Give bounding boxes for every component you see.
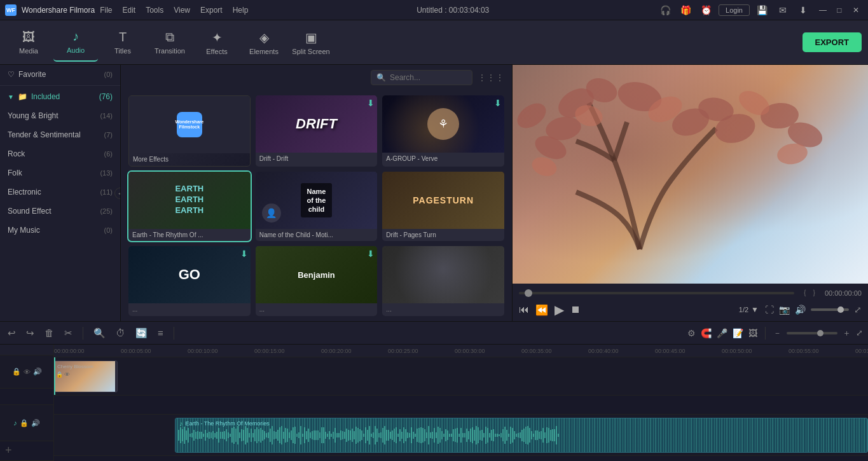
media-card-drift[interactable]: DRIFT ⬇ Drift - Drift bbox=[256, 95, 378, 167]
titles-icon: T bbox=[119, 30, 127, 45]
tender-label: Tender & Sentimental bbox=[8, 130, 81, 139]
agroup-download-icon[interactable]: ⬇ bbox=[494, 98, 502, 108]
maximize-timeline-icon[interactable]: ⤢ bbox=[856, 328, 863, 338]
overlay-icon[interactable]: 🖼 bbox=[748, 328, 757, 338]
mic-icon[interactable]: 🎤 bbox=[717, 328, 727, 338]
download-icon[interactable]: ⬇ bbox=[796, 3, 811, 18]
media-card-pages-turn[interactable]: PAGESTURN Drift - Pages Turn bbox=[382, 172, 504, 242]
audio-lock-icon[interactable]: 🔒 bbox=[20, 419, 29, 427]
titlebar-left: WF Wondershare Filmora File Edit Tools V… bbox=[5, 4, 248, 16]
menu-help[interactable]: Help bbox=[233, 6, 249, 15]
freeze-button[interactable]: 🔄 bbox=[133, 326, 150, 340]
login-button[interactable]: Login bbox=[719, 4, 750, 16]
person-icon: 👤 bbox=[266, 208, 277, 218]
benjamin-card-title: ... bbox=[256, 303, 378, 315]
media-card-last[interactable]: ... bbox=[382, 246, 504, 316]
mail-icon[interactable]: ✉ bbox=[775, 3, 790, 18]
preview-ctrl-icons: ⛶ 📷 🔊 ⤢ bbox=[765, 305, 862, 315]
audio-volume-icon[interactable]: 🔊 bbox=[31, 419, 40, 427]
media-card-agroup[interactable]: ⚘ ⬇ A-GROUP - Verve bbox=[382, 95, 504, 167]
benjamin-download-icon[interactable]: ⬇ bbox=[367, 249, 375, 259]
redo-button[interactable]: ↪ bbox=[24, 326, 37, 340]
toolbar-titles[interactable]: T Titles bbox=[100, 24, 145, 62]
sidebar-item-folk[interactable]: Folk (13) bbox=[0, 163, 120, 182]
preview-volume-icon[interactable]: 🔊 bbox=[795, 305, 806, 315]
volume-slider[interactable] bbox=[811, 308, 849, 311]
prev-frame-button[interactable]: ⏪ bbox=[535, 304, 548, 316]
menu-edit[interactable]: Edit bbox=[123, 6, 136, 15]
toolbar-split-screen[interactable]: ▣ Split Screen bbox=[289, 24, 333, 62]
media-card-name-of-child[interactable]: Nameof thechild 👤 Name of the Child - Mo… bbox=[256, 172, 378, 242]
favorite-count: (0) bbox=[104, 71, 113, 78]
eye-icon[interactable]: 👁 bbox=[24, 368, 31, 376]
toolbar-effects[interactable]: ✦ Effects bbox=[195, 24, 239, 62]
media-card-go[interactable]: GO ⬇ ... bbox=[128, 246, 251, 316]
gift-icon[interactable]: 🎁 bbox=[678, 3, 693, 18]
zoom-out-icon[interactable]: － bbox=[773, 327, 782, 339]
close-button[interactable]: ✕ bbox=[849, 3, 863, 17]
video-clip[interactable]: Cherry Blossom 🔒 👁 bbox=[54, 361, 118, 392]
sidebar-item-rock[interactable]: Rock (6) bbox=[0, 144, 120, 163]
minimize-button[interactable]: — bbox=[816, 3, 830, 17]
toolbar-elements[interactable]: ◈ Elements bbox=[242, 24, 286, 62]
magnet-icon[interactable]: 🧲 bbox=[701, 328, 712, 338]
sidebar-item-sound-effect[interactable]: Sound Effect (25) bbox=[0, 202, 120, 221]
clock-icon[interactable]: ⏰ bbox=[698, 3, 713, 18]
lock-icon[interactable]: 🔒 bbox=[12, 368, 21, 376]
undo-button[interactable]: ↩ bbox=[5, 326, 18, 340]
drift-download-icon[interactable]: ⬇ bbox=[367, 98, 375, 108]
preview-snapshot-icon[interactable]: 📷 bbox=[779, 305, 790, 315]
media-card-wondershare[interactable]: WondershareFilmstock More Effects bbox=[128, 95, 251, 167]
media-card-benjamin[interactable]: Benjamin ⬇ ... bbox=[256, 246, 378, 316]
clip-controls: 🔒 👁 bbox=[56, 371, 70, 378]
cut-button[interactable]: ✂ bbox=[62, 326, 75, 340]
zoom-slider[interactable] bbox=[787, 332, 837, 334]
preview-track[interactable] bbox=[519, 292, 794, 294]
menu-export[interactable]: Export bbox=[200, 6, 223, 15]
headphones-icon[interactable]: 🎧 bbox=[658, 3, 673, 18]
play-button[interactable]: ▶ bbox=[555, 302, 564, 317]
subtitle-icon[interactable]: 📝 bbox=[733, 328, 743, 338]
go-download-icon[interactable]: ⬇ bbox=[240, 249, 248, 259]
preview-fullscreen-icon[interactable]: ⛶ bbox=[765, 305, 774, 315]
page-dropdown-icon[interactable]: ▼ bbox=[751, 305, 759, 314]
menu-tools[interactable]: Tools bbox=[146, 6, 163, 15]
save-icon[interactable]: 💾 bbox=[755, 3, 770, 18]
name-of-child-card-title: Name of the Child - Moti... bbox=[256, 229, 378, 241]
media-card-earth[interactable]: EARTHEARTHEARTH Earth - The Rhythm Of ..… bbox=[128, 172, 251, 242]
maximize-button[interactable]: □ bbox=[832, 3, 846, 17]
menu-file[interactable]: File bbox=[100, 6, 112, 15]
add-track-button[interactable]: + bbox=[0, 441, 53, 461]
ruler-0: 00:00:00:00 bbox=[54, 348, 85, 354]
sidebar-item-tender[interactable]: Tender & Sentimental (7) bbox=[0, 125, 120, 144]
sidebar-item-young-bright[interactable]: Young & Bright (14) bbox=[0, 106, 120, 125]
export-button[interactable]: EXPORT bbox=[803, 32, 862, 52]
delete-button[interactable]: 🗑 bbox=[42, 326, 57, 340]
step-back-button[interactable]: ⏮ bbox=[519, 304, 529, 315]
preview-expand-icon[interactable]: ⤢ bbox=[854, 305, 862, 315]
speed-button[interactable]: ⏱ bbox=[113, 326, 128, 340]
grid-toggle-button[interactable]: ⋮⋮⋮ bbox=[478, 72, 504, 83]
volume-track-icon[interactable]: 🔊 bbox=[33, 368, 42, 376]
ruler-35: 00:00:35:00 bbox=[521, 348, 552, 354]
audio-clip[interactable]: ♪ Earth - The Rhythm Of Memories // Gene… bbox=[175, 418, 868, 453]
sidebar-item-favorite[interactable]: ♡ Favorite (0) bbox=[0, 65, 120, 84]
title-bar: WF Wondershare Filmora File Edit Tools V… bbox=[0, 0, 868, 20]
menu-view[interactable]: View bbox=[174, 6, 190, 15]
stop-button[interactable]: ⏹ bbox=[570, 304, 581, 315]
sidebar-item-included[interactable]: ▼ 📁 Included (76) bbox=[0, 87, 120, 106]
toolbar-transition[interactable]: ⧉ Transition bbox=[148, 24, 192, 62]
toolbar-audio[interactable]: ♪ Audio bbox=[53, 24, 98, 62]
toolbar-media[interactable]: 🖼 Media bbox=[6, 24, 51, 62]
adjust-button[interactable]: ≡ bbox=[155, 326, 166, 340]
sidebar-item-electronic[interactable]: Electronic (11) bbox=[0, 182, 120, 202]
preview-thumb[interactable] bbox=[525, 289, 532, 297]
zoom-fit-button[interactable]: 🔍 bbox=[91, 326, 108, 340]
search-input[interactable] bbox=[390, 73, 466, 82]
zoom-in-icon[interactable]: ＋ bbox=[843, 327, 851, 339]
settings-icon[interactable]: ⚙ bbox=[687, 328, 696, 338]
sidebar-item-my-music[interactable]: My Music (0) bbox=[0, 221, 120, 240]
rock-label: Rock bbox=[8, 149, 25, 158]
toolbar-transition-label: Transition bbox=[155, 47, 185, 55]
page-selector: 1/2 ▼ bbox=[739, 305, 759, 314]
